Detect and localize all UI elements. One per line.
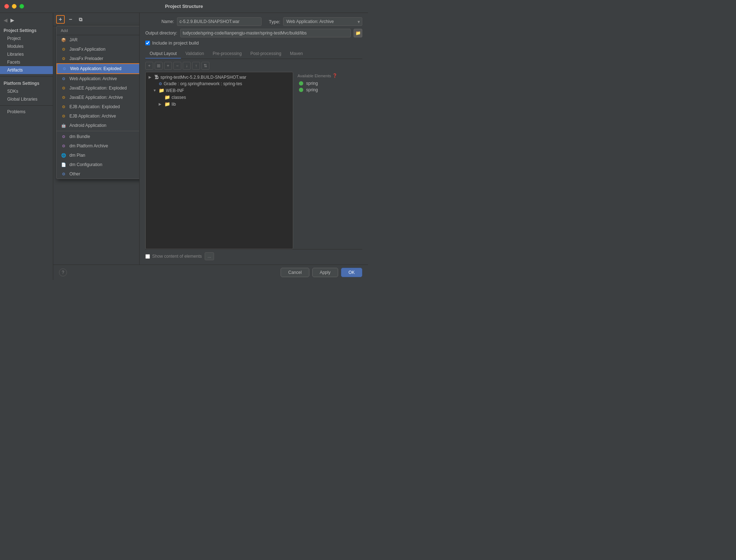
right-panel: Name: Type: Web Application: Archive Out… bbox=[140, 13, 368, 265]
dropdown-item-dm-plan[interactable]: 🌐 dm Plan bbox=[56, 151, 140, 160]
dropdown-item-javafx-app[interactable]: ⚙ JavaFx Application ▶ bbox=[56, 45, 140, 54]
available-spring-1[interactable]: spring bbox=[297, 80, 362, 87]
available-elements-header: Available Elements ❓ bbox=[297, 73, 362, 78]
android-icon: 🤖 bbox=[61, 123, 67, 128]
sidebar-item-modules[interactable]: Modules bbox=[0, 42, 53, 50]
sidebar-item-global-libraries[interactable]: Global Libraries bbox=[0, 95, 53, 103]
minimize-button[interactable] bbox=[12, 4, 17, 9]
footer-left: ? bbox=[59, 268, 67, 276]
tab-pre-processing[interactable]: Pre-processing bbox=[208, 49, 246, 59]
dropdown-item-web-archive[interactable]: ⚙ Web Application: Archive ▶ bbox=[56, 74, 140, 83]
sidebar-item-project[interactable]: Project bbox=[0, 35, 53, 42]
sidebar-item-libraries[interactable]: Libraries bbox=[0, 50, 53, 58]
dropdown-item-android[interactable]: 🤖 Android Application bbox=[56, 121, 140, 130]
tab-validation[interactable]: Validation bbox=[181, 49, 208, 59]
more-options-button[interactable]: ... bbox=[205, 252, 214, 260]
add-dropdown-header: Add bbox=[56, 26, 140, 35]
war-file-icon: 🗜 bbox=[154, 74, 159, 80]
tree-node-classes[interactable]: 📁 classes bbox=[147, 94, 291, 101]
tree-remove-button[interactable]: − bbox=[173, 62, 181, 70]
name-label: Name: bbox=[145, 19, 174, 24]
main-layout: ◀ ▶ Project Settings Project Modules Lib… bbox=[0, 13, 368, 280]
type-select[interactable]: Web Application: Archive bbox=[283, 17, 362, 26]
type-label-text: Type: bbox=[269, 19, 280, 24]
output-dir-input[interactable] bbox=[180, 29, 351, 37]
browse-folder-button[interactable]: 📁 bbox=[354, 29, 362, 37]
spring-module-icon-2 bbox=[299, 88, 303, 92]
expand-lib: ▶ bbox=[159, 102, 163, 106]
remove-artifact-button[interactable]: − bbox=[66, 15, 75, 24]
folder-icon-web-inf: 📁 bbox=[159, 88, 164, 93]
nav-back-fwd: ◀ ▶ bbox=[0, 16, 53, 26]
maximize-button[interactable] bbox=[19, 4, 24, 9]
close-button[interactable] bbox=[4, 4, 9, 9]
dropdown-separator bbox=[56, 131, 140, 131]
tab-post-processing[interactable]: Post-processing bbox=[246, 49, 286, 59]
tree-create-dir-button[interactable]: + bbox=[164, 62, 172, 70]
sidebar-item-facets[interactable]: Facets bbox=[0, 58, 53, 66]
tree-node-lib[interactable]: ▶ 📁 lib bbox=[147, 101, 291, 107]
tree-toolbar: + ⊞ + − ↓ ↑ ⇅ bbox=[145, 62, 362, 70]
dropdown-item-dm-platform[interactable]: ⚙ dm Platform Archive bbox=[56, 141, 140, 151]
show-content-checkbox[interactable] bbox=[145, 254, 150, 259]
add-artifact-button[interactable]: + bbox=[56, 15, 65, 24]
tab-maven[interactable]: Maven bbox=[286, 49, 307, 59]
gradle-icon: ⚙ bbox=[159, 82, 162, 86]
type-select-wrapper: Web Application: Archive bbox=[283, 17, 362, 26]
dropdown-item-javaee-exploded[interactable]: ⚙ JavaEE Application: Exploded ▶ bbox=[56, 83, 140, 93]
dropdown-item-javafx-preloader[interactable]: ⚙ JavaFx Preloader bbox=[56, 54, 140, 63]
help-button[interactable]: ? bbox=[59, 268, 67, 276]
project-settings-label: Project Settings bbox=[0, 26, 53, 35]
expand-web-inf: ▼ bbox=[153, 88, 157, 92]
tree-node-web-inf[interactable]: ▼ 📁 WEB-INF bbox=[147, 87, 291, 94]
back-arrow[interactable]: ◀ bbox=[4, 17, 8, 23]
tree-node-root-war[interactable]: ▶ 🗜 spring-testMvc-5.2.9.BUILD-SNAPSHOT.… bbox=[147, 74, 291, 81]
other-icon: ⚙ bbox=[61, 171, 67, 177]
tree-move-up-button[interactable]: ↑ bbox=[192, 62, 200, 70]
sidebar-item-sdks[interactable]: SDKs bbox=[0, 87, 53, 95]
dropdown-item-ejb-archive[interactable]: ⚙ EJB Application: Archive ▶ bbox=[56, 111, 140, 121]
sidebar: ◀ ▶ Project Settings Project Modules Lib… bbox=[0, 13, 53, 280]
cancel-button[interactable]: Cancel bbox=[281, 268, 309, 277]
tree-sort-button[interactable]: ⇅ bbox=[201, 62, 209, 70]
list-toolbar: + − ⧉ Add 📦 JAR ▶ ⚙ bbox=[53, 13, 139, 26]
dm-config-icon: 📄 bbox=[61, 162, 67, 167]
web-inf-label: WEB-INF bbox=[166, 88, 184, 93]
folder-icon-classes: 📁 bbox=[164, 95, 170, 100]
dropdown-item-jar[interactable]: 📦 JAR ▶ bbox=[56, 35, 140, 45]
sidebar-item-problems[interactable]: Problems bbox=[0, 108, 53, 116]
tree-extract-button[interactable]: ⊞ bbox=[155, 62, 163, 70]
dialog-footer: ? Cancel Apply OK bbox=[53, 265, 368, 280]
tab-output-layout[interactable]: Output Layout bbox=[145, 49, 181, 59]
tree-area: ▶ 🗜 spring-testMvc-5.2.9.BUILD-SNAPSHOT.… bbox=[145, 72, 362, 249]
tabs-row: Output Layout Validation Pre-processing … bbox=[145, 49, 362, 59]
dropdown-item-dm-config[interactable]: 📄 dm Configuration bbox=[56, 160, 140, 169]
javafx-app-icon: ⚙ bbox=[61, 46, 67, 52]
available-elements-help[interactable]: ❓ bbox=[332, 73, 337, 78]
copy-artifact-button[interactable]: ⧉ bbox=[76, 15, 85, 24]
available-spring-2[interactable]: spring bbox=[297, 87, 362, 93]
dropdown-item-javaee-archive[interactable]: ⚙ JavaEE Application: Archive ▶ bbox=[56, 93, 140, 102]
classes-label: classes bbox=[172, 95, 186, 100]
ejb-archive-icon: ⚙ bbox=[61, 113, 67, 119]
include-in-build-label: Include in project build bbox=[152, 40, 199, 46]
tree-add-button[interactable]: + bbox=[145, 62, 153, 70]
dropdown-item-web-exploded[interactable]: ⚙ Web Application: Exploded ▶ Empty From… bbox=[56, 63, 140, 74]
apply-button[interactable]: Apply bbox=[312, 268, 338, 277]
sidebar-item-artifacts[interactable]: Artifacts bbox=[0, 66, 53, 74]
traffic-lights bbox=[4, 4, 24, 9]
tree-node-gradle-dep[interactable]: ⚙ Gradle : org.springframework : spring-… bbox=[147, 81, 291, 87]
add-dropdown: Add 📦 JAR ▶ ⚙ JavaFx Application ▶ bbox=[56, 26, 140, 179]
include-in-build-checkbox[interactable] bbox=[145, 41, 150, 45]
dropdown-item-other[interactable]: ⚙ Other bbox=[56, 169, 140, 179]
expand-icon: ▶ bbox=[149, 75, 153, 79]
dropdown-item-ejb-exploded[interactable]: ⚙ EJB Application: Exploded ▶ bbox=[56, 102, 140, 111]
forward-arrow[interactable]: ▶ bbox=[10, 17, 14, 23]
tree-move-down-button[interactable]: ↓ bbox=[183, 62, 191, 70]
dropdown-item-dm-bundle[interactable]: ⚙ dm Bundle bbox=[56, 132, 140, 141]
name-input[interactable] bbox=[177, 17, 262, 26]
panels-row: + − ⧉ Add 📦 JAR ▶ ⚙ bbox=[53, 13, 368, 265]
available-elements-panel: Available Elements ❓ spring spring bbox=[297, 72, 362, 249]
dm-bundle-icon: ⚙ bbox=[61, 134, 67, 139]
ok-button[interactable]: OK bbox=[341, 268, 362, 277]
